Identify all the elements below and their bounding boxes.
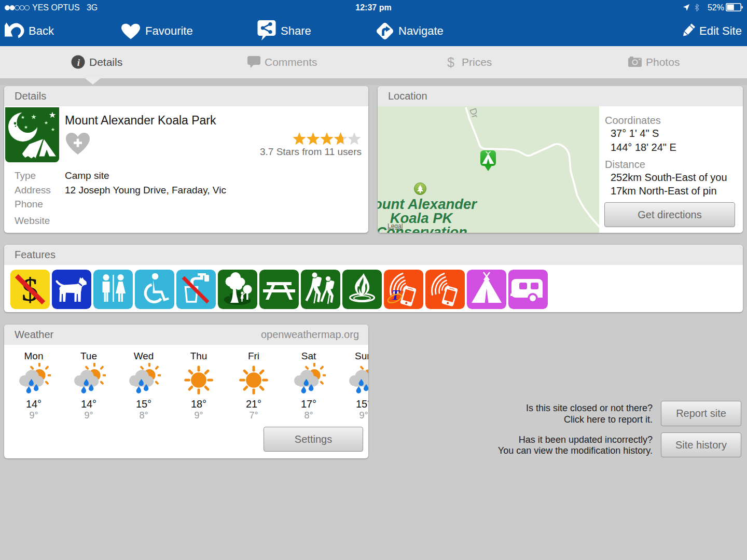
svg-text:i: i [77, 57, 80, 68]
svg-text:Legal: Legal [388, 222, 403, 230]
